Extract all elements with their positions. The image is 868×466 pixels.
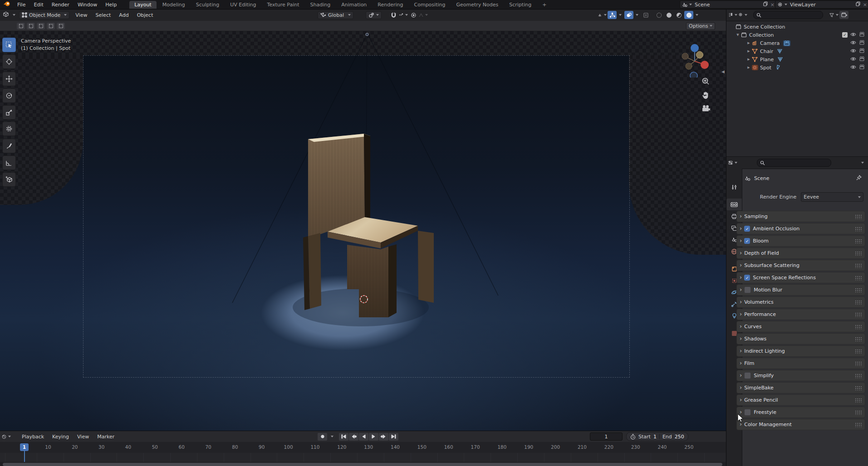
outliner-item[interactable]: ▶ Camera ✓ (726, 39, 868, 47)
gizmo-toggle-icon[interactable] (608, 11, 617, 19)
drag-handle-icon[interactable] (855, 325, 862, 329)
workspace-tab[interactable]: UV Editing (225, 1, 261, 9)
properties-panel[interactable]: › ✓ Subsurface Scattering (736, 260, 865, 271)
viewport-menu-item[interactable]: Add (115, 12, 132, 18)
select-mode-icon[interactable] (17, 23, 25, 29)
axis-neg-z-icon[interactable] (690, 72, 697, 78)
drag-handle-icon[interactable] (855, 422, 862, 427)
close-scene-icon[interactable]: × (770, 2, 775, 8)
current-frame-field[interactable]: 1 (590, 432, 623, 441)
drag-handle-icon[interactable] (855, 300, 862, 305)
axis-z-icon[interactable] (691, 44, 699, 52)
options-button[interactable]: Options (686, 22, 715, 30)
overlays-toggle-icon[interactable] (624, 11, 633, 19)
properties-panel[interactable]: › ✓ Bloom (736, 235, 865, 247)
panel-label[interactable]: Sampling (744, 214, 768, 219)
transform-tool[interactable] (2, 121, 16, 136)
outliner-item-label[interactable]: Scene Collection (744, 24, 785, 30)
prev-keyframe-icon[interactable] (349, 433, 358, 441)
workspace-tab[interactable]: + (537, 1, 551, 9)
expand-icon[interactable]: › (740, 274, 742, 281)
drag-handle-icon[interactable] (855, 410, 862, 415)
outliner-item-label[interactable]: Spot (760, 65, 771, 71)
drag-handle-icon[interactable] (855, 337, 862, 341)
expand-icon[interactable]: › (740, 213, 742, 219)
panel-checkbox[interactable]: ✓ (744, 372, 751, 379)
spot-light-object[interactable] (366, 33, 368, 36)
menu-item[interactable]: Edit (29, 2, 47, 8)
panel-label[interactable]: Freestyle (754, 409, 776, 415)
hide-eye-icon[interactable] (850, 65, 856, 71)
hide-eye-icon[interactable] (850, 32, 856, 38)
panel-label[interactable]: Shadows (744, 336, 766, 342)
workspace-tab[interactable]: Sculpting (191, 1, 224, 9)
panel-label[interactable]: Ambient Occlusion (753, 226, 799, 232)
drag-handle-icon[interactable] (855, 312, 862, 317)
chair-object[interactable] (303, 134, 434, 317)
select-mode-icon[interactable] (27, 23, 35, 29)
shading-solid-icon[interactable] (664, 11, 673, 19)
panel-checkbox[interactable]: ✓ (744, 286, 751, 293)
panel-label[interactable]: Volumetrics (744, 299, 774, 305)
properties-panel[interactable]: › ✓ Color Management (736, 419, 865, 430)
properties-panel[interactable]: › ✓ Volumetrics (736, 296, 865, 308)
close-viewlayer-icon[interactable]: × (863, 2, 867, 8)
camera-restrict-icon[interactable] (859, 48, 865, 54)
workspace-tab[interactable]: Texture Paint (262, 1, 304, 9)
blender-logo-icon[interactable] (4, 1, 10, 8)
timeline-tracks[interactable] (0, 453, 726, 462)
properties-panel[interactable]: › ✓ SimpleBake (736, 382, 865, 393)
jump-end-icon[interactable] (389, 433, 398, 441)
next-keyframe-icon[interactable] (379, 433, 388, 441)
drag-handle-icon[interactable] (855, 276, 862, 280)
new-collection-icon[interactable] (839, 11, 848, 19)
end-value[interactable]: 250 (675, 434, 684, 440)
camera-restrict-icon[interactable] (859, 40, 865, 46)
timeline-menu-item[interactable]: View (73, 434, 93, 440)
render-engine-dropdown[interactable]: Eevee (801, 192, 863, 202)
menu-item[interactable]: Window (74, 2, 101, 8)
filter-funnel-icon[interactable] (829, 11, 839, 19)
hide-eye-icon[interactable] (850, 49, 856, 54)
workspace-tab[interactable]: Compositing (409, 1, 451, 9)
outliner-item[interactable]: ▶ Spot ✓ (726, 63, 868, 72)
play-reverse-icon[interactable] (359, 433, 368, 441)
expand-icon[interactable]: › (740, 298, 742, 305)
drag-handle-icon[interactable] (855, 374, 862, 378)
workspace-tab[interactable]: Rendering (373, 1, 408, 9)
disclosure-icon[interactable]: ▼ (736, 33, 740, 37)
menu-item[interactable]: File (13, 2, 29, 8)
drag-handle-icon[interactable] (855, 227, 862, 231)
visibility-icon[interactable] (598, 11, 607, 19)
start-value[interactable]: 1 (653, 434, 657, 440)
add-cube-tool[interactable] (2, 172, 16, 187)
panel-checkbox[interactable]: ✓ (744, 275, 750, 281)
scale-tool[interactable] (2, 105, 16, 120)
drag-handle-icon[interactable] (855, 386, 862, 390)
display-mode-icon[interactable] (728, 11, 737, 19)
expand-icon[interactable]: › (740, 323, 742, 330)
outliner-search-input[interactable] (753, 11, 823, 19)
expand-icon[interactable]: › (740, 396, 742, 403)
timeline-menu-item[interactable]: Playback (18, 434, 48, 440)
disclosure-icon[interactable]: ▶ (746, 41, 751, 45)
falloff-icon[interactable] (419, 11, 428, 19)
workspace-tab[interactable]: Modeling (157, 1, 190, 9)
panel-label[interactable]: Curves (744, 324, 761, 330)
properties-panel[interactable]: › ✓ Performance (736, 309, 865, 320)
panel-label[interactable]: Bloom (753, 238, 769, 244)
viewport-3d[interactable]: Camera Perspective (1) Collection | Spot… (0, 31, 726, 431)
mode-selector[interactable]: Object Mode (19, 11, 69, 19)
workspace-tab[interactable]: Layout (129, 1, 156, 9)
drag-handle-icon[interactable] (855, 398, 862, 403)
outliner-item-label[interactable]: Camera (760, 40, 780, 46)
panel-label[interactable]: Grease Pencil (744, 397, 778, 403)
viewport-menu-item[interactable]: Object (133, 12, 157, 18)
xray-toggle-icon[interactable] (641, 11, 650, 19)
sidebar-toggle-icon[interactable]: ◀ (721, 69, 725, 74)
chevron-down-icon[interactable] (861, 162, 864, 164)
properties-panel[interactable]: › ✓ Indirect Lighting (736, 345, 865, 357)
cursor-tool[interactable] (2, 54, 16, 69)
outliner-item[interactable]: ▼ Collection ✓ (726, 31, 868, 39)
zoom-icon[interactable] (701, 77, 710, 87)
